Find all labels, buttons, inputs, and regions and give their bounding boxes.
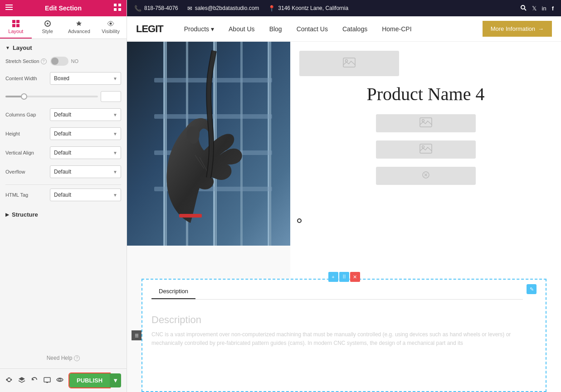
tab-advanced-label: Advanced (68, 29, 90, 34)
email-address: sales@b2bdatastudio.com (195, 5, 259, 11)
nav-logo: LEGIT (136, 23, 163, 35)
arrow-right-icon: → (538, 25, 544, 32)
svg-point-12 (47, 23, 49, 24)
slider-track[interactable] (5, 96, 98, 97)
search-icon[interactable] (520, 5, 527, 12)
height-field: Height Default ▼ (5, 127, 121, 140)
columns-gap-select[interactable]: Default (50, 108, 121, 121)
description-title: Description (151, 314, 537, 326)
svg-rect-9 (12, 24, 15, 27)
stretch-toggle[interactable] (50, 57, 68, 66)
placeholder-icon-1 (420, 117, 432, 129)
section-handle[interactable]: ☰ (132, 330, 141, 340)
content-width-label: Content Width (5, 76, 46, 81)
phone-number: 818-758-4076 (144, 5, 178, 11)
page-content: Product Name 4 (127, 42, 561, 392)
eye-icon[interactable] (56, 376, 63, 385)
undo-icon[interactable] (31, 376, 38, 385)
panel-header: Edit Section (0, 0, 127, 16)
close-section-btn[interactable]: ✕ (350, 272, 360, 282)
svg-rect-15 (46, 382, 48, 383)
nav-items: Products ▾ About Us Blog Contact Us Cata… (177, 16, 483, 42)
add-section-btn[interactable]: + (328, 272, 338, 282)
svg-rect-29 (179, 214, 202, 218)
structure-section-header[interactable]: ▶ Structure (5, 208, 121, 222)
phone-item: 📞 818-758-4076 (134, 5, 178, 12)
layers-icon[interactable] (18, 376, 25, 385)
tab-edit-button[interactable]: ✎ (527, 284, 537, 294)
layout-section-header[interactable]: ▼ Layout (5, 44, 121, 51)
slider-input[interactable] (101, 91, 121, 102)
footer-icons (5, 376, 63, 385)
linkedin-icon[interactable]: in (542, 5, 546, 12)
vertical-align-select[interactable]: Default (50, 146, 121, 159)
tab-layout[interactable]: Layout (0, 16, 32, 39)
more-info-button[interactable]: More Information → (483, 21, 552, 37)
height-select[interactable]: Default (50, 127, 121, 140)
tab-style[interactable]: Style (32, 16, 63, 39)
svg-point-35 (422, 120, 424, 122)
tab-description[interactable]: Description (151, 284, 195, 299)
html-tag-field: HTML Tag Default ▼ (5, 189, 121, 201)
tab-empty-1[interactable] (195, 284, 210, 299)
vertical-align-field: Vertical Align Default ▼ (5, 146, 121, 159)
publish-dropdown-button[interactable]: ▼ (110, 373, 121, 387)
facebook-icon[interactable]: f (552, 5, 554, 12)
bottom-section: ☰ + ⠿ ✕ Description ✎ (141, 279, 546, 392)
nav-item-blog[interactable]: Blog (262, 16, 289, 42)
grid-icon[interactable] (114, 4, 121, 13)
settings-icon[interactable] (5, 376, 13, 385)
move-section-btn[interactable]: ⠿ (339, 272, 349, 282)
overflow-select[interactable]: Default (50, 165, 121, 178)
html-tag-select-wrap: Default ▼ (50, 189, 121, 201)
content-width-select[interactable]: Boxed Full Width (50, 72, 121, 85)
address-text: 3146 Koontz Lane, California (278, 5, 348, 11)
device-icon[interactable] (44, 376, 51, 385)
main-content: 📞 818-758-4076 ✉ sales@b2bdatastudio.com… (127, 0, 561, 392)
panel-tabs: Layout Style Advanced Visibility (0, 16, 127, 39)
svg-point-16 (59, 378, 61, 381)
product-title: Product Name 4 (299, 83, 552, 105)
svg-rect-24 (268, 42, 271, 246)
svg-rect-14 (44, 377, 50, 382)
panel-footer: PUBLISH ▼ (0, 368, 127, 392)
height-select-wrap: Default ▼ (50, 127, 121, 140)
product-image-bg (127, 42, 290, 246)
product-placeholder-bar-2 (376, 140, 476, 159)
need-help-text: Need Help (47, 355, 73, 361)
tab-style-label: Style (42, 29, 53, 34)
html-tag-select[interactable]: Default (50, 189, 121, 201)
height-label: Height (5, 131, 46, 136)
content-width-select-wrap: Boxed Full Width ▼ (50, 72, 121, 85)
product-placeholder-bar-3 (376, 167, 476, 185)
tab-visibility[interactable]: Visibility (95, 16, 127, 39)
image-icon-top (343, 58, 356, 70)
nav-item-products[interactable]: Products ▾ (177, 16, 221, 42)
tab-visibility-label: Visibility (102, 29, 120, 34)
tab-advanced[interactable]: Advanced (63, 16, 95, 39)
need-help-icon[interactable]: ? (74, 355, 80, 361)
svg-rect-7 (12, 20, 15, 23)
hamburger-icon[interactable] (5, 4, 13, 13)
publish-button[interactable]: PUBLISH (69, 373, 110, 387)
stretch-help-icon[interactable]: ? (41, 58, 47, 64)
stretch-toggle-wrap: NO (50, 57, 79, 66)
stretch-toggle-label: NO (71, 58, 79, 64)
stretch-section-label: Stretch Section ? (5, 58, 47, 64)
location-icon: 📍 (268, 5, 275, 12)
phone-icon: 📞 (134, 5, 141, 12)
tab-bar: Description (151, 284, 523, 300)
svg-rect-36 (420, 144, 432, 153)
publish-btn-wrap: PUBLISH ▼ (69, 373, 121, 387)
nav-item-homecpi[interactable]: Home-CPI (375, 16, 419, 42)
nav-item-about[interactable]: About Us (221, 16, 262, 42)
nav-item-catalogs[interactable]: Catalogs (335, 16, 375, 42)
svg-rect-10 (16, 24, 20, 27)
svg-rect-5 (114, 8, 117, 11)
slider-thumb[interactable] (21, 93, 27, 100)
nav-item-contact[interactable]: Contact Us (289, 16, 335, 42)
svg-rect-34 (420, 118, 432, 127)
svg-rect-20 (163, 42, 167, 246)
toggle-knob (51, 58, 59, 65)
twitter-icon[interactable]: 𝕏 (532, 5, 537, 12)
